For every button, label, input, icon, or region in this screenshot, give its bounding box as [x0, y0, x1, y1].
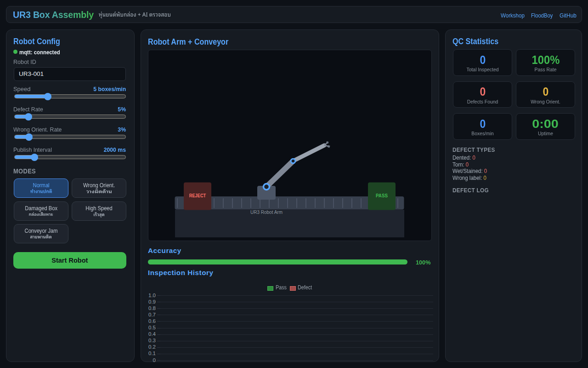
svg-text:PASS: PASS	[376, 193, 388, 198]
svg-text:UR3 Robot Arm: UR3 Robot Arm	[250, 209, 283, 215]
svg-text:REJECT: REJECT	[189, 193, 206, 198]
